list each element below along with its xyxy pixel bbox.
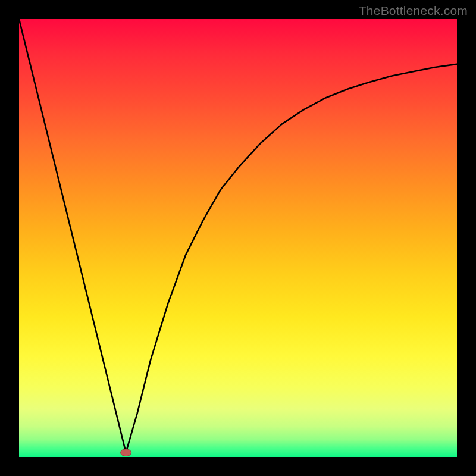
chart-frame: TheBottleneck.com [0,0,476,476]
minimum-marker [121,449,131,456]
curve-group [19,19,457,453]
attribution-label: TheBottleneck.com [359,4,468,18]
chart-svg [19,19,457,457]
curve-right-branch [126,64,457,453]
plot-area [19,19,457,457]
curve-left-branch [19,19,126,453]
